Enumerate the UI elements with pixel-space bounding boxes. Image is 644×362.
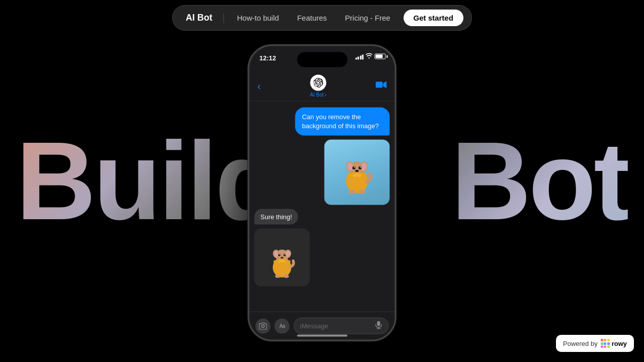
- rowy-brand-name: rowy: [612, 340, 627, 347]
- svg-point-11: [355, 170, 359, 172]
- imessage-input[interactable]: iMessage: [294, 318, 389, 334]
- message-incoming-image: [255, 229, 310, 287]
- svg-point-25: [275, 275, 281, 278]
- bg-text-build: Build: [16, 126, 280, 236]
- aa-button[interactable]: Aa: [275, 318, 290, 333]
- svg-point-24: [281, 257, 283, 258]
- nav-divider: [223, 13, 224, 23]
- nav-link-how-to-build[interactable]: How-to build: [230, 11, 286, 25]
- signal-bar-3: [360, 55, 361, 59]
- svg-point-26: [284, 275, 289, 278]
- powered-by-badge[interactable]: Powered by rowy: [556, 335, 634, 352]
- svg-point-21: [284, 254, 286, 256]
- chat-header-center: AI Bot ›: [310, 75, 327, 98]
- message-incoming-text: Sure thing!: [255, 209, 298, 225]
- dog-image-with-bg: [325, 140, 390, 205]
- dog-image-no-bg: [255, 229, 310, 287]
- signal-bar-2: [358, 56, 359, 59]
- svg-point-12: [348, 190, 355, 195]
- message-outgoing-text: Can you remove the background of this im…: [295, 108, 389, 136]
- rowy-dot-8: [604, 345, 606, 348]
- rowy-dot-9: [607, 345, 610, 348]
- signal-bars-icon: [355, 53, 364, 59]
- rowy-dot-3: [607, 339, 610, 341]
- rowy-dot-2: [604, 339, 606, 341]
- input-placeholder: iMessage: [300, 322, 329, 330]
- rowy-logo: rowy: [601, 339, 627, 348]
- chat-back-button[interactable]: ‹: [258, 80, 261, 92]
- message-outgoing-image: [325, 140, 390, 205]
- chat-body: Can you remove the background of this im…: [250, 102, 395, 312]
- svg-point-7: [352, 166, 355, 169]
- rowy-dot-6: [607, 342, 610, 345]
- chat-contact-name: AI Bot ›: [310, 92, 327, 98]
- rowy-grid-icon: [601, 339, 610, 348]
- nav-link-pricing[interactable]: Pricing - Free: [338, 11, 397, 25]
- chat-avatar: [310, 75, 326, 91]
- wifi-icon: [366, 53, 373, 60]
- dynamic-island: [297, 52, 347, 67]
- rowy-dot-4: [601, 342, 603, 345]
- battery-fill: [376, 55, 383, 58]
- signal-bar-1: [355, 57, 357, 59]
- svg-rect-27: [377, 321, 380, 326]
- camera-button[interactable]: [256, 318, 271, 333]
- svg-point-8: [359, 166, 362, 169]
- battery-icon: [375, 54, 386, 59]
- svg-point-23: [285, 254, 286, 255]
- rowy-dot-1: [601, 339, 603, 341]
- dog-illustration-with-bg: [331, 146, 383, 199]
- svg-point-13: [359, 190, 366, 195]
- nav-logo: AI Bot: [181, 11, 217, 25]
- powered-by-label: Powered by: [563, 340, 598, 347]
- bg-text-bot: Bot: [451, 126, 628, 236]
- navbar: AI Bot How-to build Features Pricing - F…: [172, 5, 472, 31]
- rowy-dot-5: [604, 342, 606, 345]
- svg-point-10: [360, 167, 361, 168]
- phone-frame: 12:12 ‹: [248, 45, 396, 341]
- get-started-button[interactable]: Get started: [404, 10, 463, 26]
- dog-illustration-no-bg: [260, 234, 304, 281]
- phone-mockup: 12:12 ‹: [248, 45, 396, 341]
- nav-link-features[interactable]: Features: [290, 11, 334, 25]
- status-icons: [355, 53, 386, 60]
- svg-rect-0: [375, 82, 382, 88]
- status-time: 12:12: [260, 53, 276, 62]
- home-indicator: [297, 335, 347, 337]
- svg-point-9: [354, 167, 355, 168]
- chat-header: ‹ AI Bot ›: [250, 71, 395, 102]
- svg-point-22: [279, 254, 280, 255]
- signal-bar-4: [362, 54, 364, 59]
- svg-point-20: [278, 254, 281, 256]
- video-call-button[interactable]: [375, 81, 386, 92]
- mic-icon[interactable]: [375, 321, 382, 331]
- rowy-dot-7: [601, 345, 603, 348]
